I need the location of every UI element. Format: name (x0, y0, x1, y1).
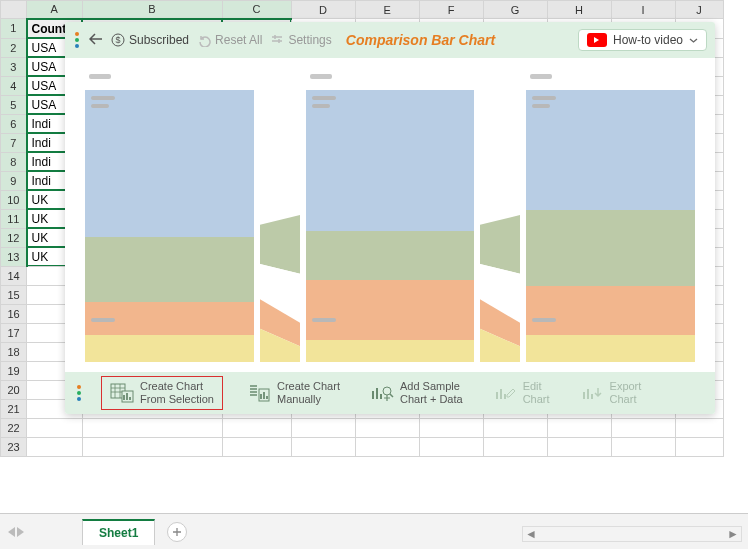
btn-l1: Create Chart (140, 380, 214, 393)
manual-chart-icon (247, 383, 271, 403)
btn-l1: Create Chart (277, 380, 340, 393)
btn-l2: Manually (277, 393, 340, 406)
row-header[interactable]: 11 (1, 209, 27, 228)
cell[interactable] (483, 418, 547, 437)
howto-label: How-to video (613, 33, 683, 47)
add-sheet-button[interactable] (167, 522, 187, 542)
row-header[interactable]: 21 (1, 399, 27, 418)
row-header[interactable]: 19 (1, 361, 27, 380)
cell[interactable] (419, 418, 483, 437)
subscribed-label: Subscribed (129, 33, 189, 47)
row-header[interactable]: 16 (1, 304, 27, 323)
cell[interactable] (27, 418, 83, 437)
cell[interactable] (419, 437, 483, 456)
btn-l1: Add Sample (400, 380, 463, 393)
edit-chart-icon (493, 383, 517, 403)
column-header[interactable]: B (82, 1, 222, 19)
row-header[interactable]: 5 (1, 95, 27, 114)
cell[interactable] (675, 418, 723, 437)
chart-preview (65, 58, 715, 372)
chart-segment (306, 231, 475, 280)
column-header[interactable]: H (547, 1, 611, 19)
row-header[interactable]: 15 (1, 285, 27, 304)
chart-segment (85, 237, 254, 302)
column-header[interactable]: E (355, 1, 419, 19)
cell[interactable] (483, 437, 547, 456)
chart-segment (85, 90, 254, 237)
btn-l2: Chart (610, 393, 642, 406)
drag-handle-icon[interactable] (75, 385, 83, 401)
row-header[interactable]: 20 (1, 380, 27, 399)
row-header[interactable]: 23 (1, 437, 27, 456)
cell[interactable] (355, 418, 419, 437)
btn-l1: Edit (523, 380, 550, 393)
column-header[interactable]: J (675, 1, 723, 19)
addon-panel: $ Subscribed Reset All Settings Comparis… (65, 22, 715, 414)
create-from-selection-button[interactable]: Create ChartFrom Selection (101, 376, 223, 409)
btn-l1: Export (610, 380, 642, 393)
row-header[interactable]: 18 (1, 342, 27, 361)
chart-connector (260, 68, 300, 362)
row-header[interactable]: 22 (1, 418, 27, 437)
chart-segment (526, 210, 695, 286)
cell[interactable] (291, 418, 355, 437)
cell[interactable] (82, 418, 222, 437)
row-header[interactable]: 4 (1, 76, 27, 95)
add-sample-button[interactable]: Add SampleChart + Data (364, 378, 469, 407)
column-header[interactable]: C (222, 1, 291, 19)
row-header[interactable]: 6 (1, 114, 27, 133)
cell[interactable] (547, 418, 611, 437)
chart-segment (526, 286, 695, 335)
drag-handle-icon[interactable] (73, 32, 81, 48)
undo-icon (197, 33, 211, 47)
cell[interactable] (27, 437, 83, 456)
row-header[interactable]: 3 (1, 57, 27, 76)
chart-connector (480, 68, 520, 362)
subscribed-status[interactable]: $ Subscribed (111, 33, 189, 47)
horizontal-scrollbar[interactable]: ◄► (522, 526, 742, 542)
edit-chart-button[interactable]: EditChart (487, 378, 556, 407)
row-header[interactable]: 10 (1, 190, 27, 209)
chart-column (520, 68, 701, 362)
table-chart-icon (110, 383, 134, 403)
tab-scroll-buttons[interactable] (0, 527, 32, 537)
export-chart-button[interactable]: ExportChart (574, 378, 648, 407)
btn-l2: Chart + Data (400, 393, 463, 406)
create-manually-button[interactable]: Create ChartManually (241, 378, 346, 407)
cell[interactable] (82, 437, 222, 456)
sheet-tab-active[interactable]: Sheet1 (82, 519, 155, 545)
row-header[interactable]: 14 (1, 266, 27, 285)
howto-video-button[interactable]: How-to video (578, 29, 707, 51)
settings-button[interactable]: Settings (270, 33, 331, 47)
btn-l2: Chart (523, 393, 550, 406)
chart-segment (526, 335, 695, 362)
row-header[interactable]: 12 (1, 228, 27, 247)
row-header[interactable]: 8 (1, 152, 27, 171)
row-header[interactable]: 7 (1, 133, 27, 152)
cell[interactable] (611, 418, 675, 437)
cell[interactable] (222, 437, 291, 456)
column-header[interactable]: A (27, 1, 83, 19)
chart-segment (306, 280, 475, 340)
row-header[interactable]: 1 (1, 19, 27, 39)
reset-all-button[interactable]: Reset All (197, 33, 262, 47)
row-header[interactable]: 13 (1, 247, 27, 266)
column-header[interactable]: F (419, 1, 483, 19)
cell[interactable] (355, 437, 419, 456)
column-header[interactable]: I (611, 1, 675, 19)
cell[interactable] (675, 437, 723, 456)
chart-column (300, 68, 481, 362)
column-header[interactable]: G (483, 1, 547, 19)
sliders-icon (270, 33, 284, 47)
back-button[interactable] (89, 32, 103, 49)
row-header[interactable]: 2 (1, 38, 27, 57)
sample-icon (370, 383, 394, 403)
panel-toolbar: $ Subscribed Reset All Settings Comparis… (65, 22, 715, 58)
row-header[interactable]: 9 (1, 171, 27, 190)
cell[interactable] (222, 418, 291, 437)
column-header[interactable]: D (291, 1, 355, 19)
cell[interactable] (547, 437, 611, 456)
cell[interactable] (291, 437, 355, 456)
row-header[interactable]: 17 (1, 323, 27, 342)
cell[interactable] (611, 437, 675, 456)
